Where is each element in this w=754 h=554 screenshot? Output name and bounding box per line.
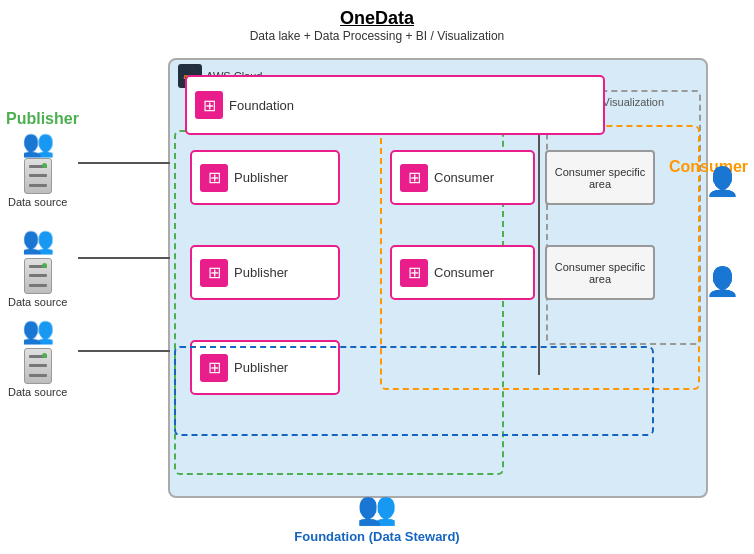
datasource-group-2: 👥 Data source: [8, 225, 67, 308]
connector-ds1-pub1: [78, 162, 170, 164]
publisher-box-1: Publisher: [190, 150, 340, 205]
consumer-specific-1: Consumer specific area: [545, 150, 655, 205]
grid-icon-con2: [400, 259, 428, 287]
grid-icon-pub2: [200, 259, 228, 287]
people-icon-2: 👥: [22, 225, 54, 256]
consumer-specific-2: Consumer specific area: [545, 245, 655, 300]
connector-ds3-pub3: [78, 350, 170, 352]
page-subtitle: Data lake + Data Processing + BI / Visua…: [0, 29, 754, 43]
consumer-people-2: 👤: [705, 265, 740, 298]
server-icon-2: [24, 258, 52, 294]
foundation-outer-box: [174, 346, 654, 436]
consumer-people-1: 👤: [705, 165, 740, 198]
datasource-label-1: Data source: [8, 196, 67, 208]
consumer-box-1: Consumer: [390, 150, 535, 205]
datasource-group-1: 👥 Data source: [8, 130, 67, 208]
consumer-box-2: Consumer: [390, 245, 535, 300]
connector-ds2-pub2: [78, 257, 170, 259]
grid-icon-con1: [400, 164, 428, 192]
datasource-group-3: 👥 Data source: [8, 315, 67, 398]
publisher-label: Publisher: [6, 110, 79, 128]
steward-people-icon: 👥: [357, 489, 397, 527]
people-icon-1: 👥: [22, 130, 54, 156]
aws-cloud-container: aws AWS Cloud Publisher Publisher Publis…: [168, 58, 708, 498]
datasource-label-3: Data source: [8, 386, 67, 398]
foundation-steward-label: Foundation (Data Steward): [294, 529, 459, 544]
page-header: OneData Data lake + Data Processing + BI…: [0, 0, 754, 43]
foundation-steward: 👥 Foundation (Data Steward): [294, 489, 459, 544]
datasource-label-2: Data source: [8, 296, 67, 308]
grid-icon-foundation: [195, 91, 223, 119]
server-icon-3: [24, 348, 52, 384]
grid-icon-pub1: [200, 164, 228, 192]
vertical-separator: [538, 95, 540, 375]
page-title: OneData: [0, 8, 754, 29]
publisher-box-2: Publisher: [190, 245, 340, 300]
server-icon-1: [24, 158, 52, 194]
people-icon-3: 👥: [22, 315, 54, 346]
foundation-inner-box: Foundation: [185, 75, 605, 135]
